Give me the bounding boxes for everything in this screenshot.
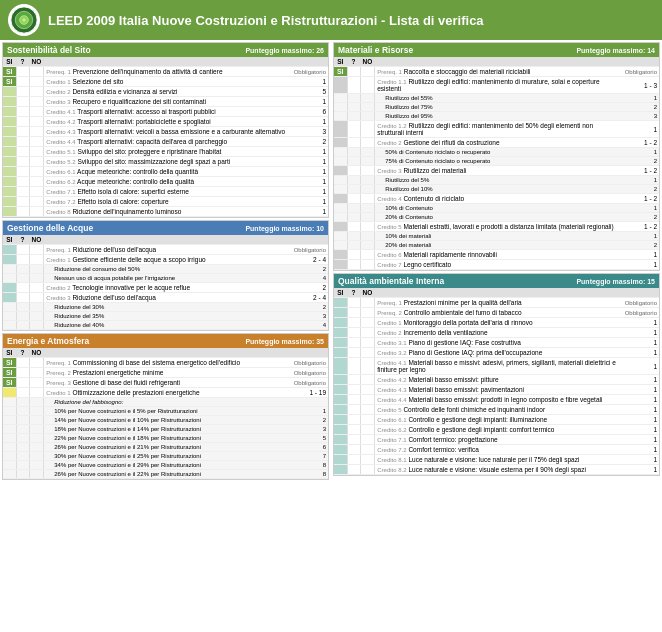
cell-pts: 4 (292, 321, 328, 330)
cell-q (16, 77, 29, 87)
cell-si (3, 117, 16, 127)
cell-no (360, 445, 375, 455)
table-row: Credito 4.2 Trasporti alternativi: porta… (3, 117, 328, 127)
cell-no (360, 166, 375, 176)
cell-desc: Credito 7 Legno certificato (375, 260, 623, 270)
table-row: Prereq. 1 Riduzione dell'uso dell'acqua … (3, 245, 328, 255)
cell-desc: 22% per Nuove costruzioni e il 18% per R… (44, 434, 292, 443)
cell-no (29, 87, 44, 97)
cell-pts: 2 (292, 416, 328, 425)
qualita-table: SI ? NO Prereq. 1 Prestazioni minime per… (334, 288, 659, 475)
cell-si (334, 318, 347, 328)
col-desc (44, 235, 292, 245)
table-row: Credito 1.1 Riutilizzo degli edifici: ma… (334, 77, 659, 94)
cell-desc: 10% di Contenuto (375, 204, 623, 213)
cell-pts: 1 (292, 207, 328, 217)
cell-si (3, 398, 16, 407)
cell-pts: 2 - 4 (292, 255, 328, 265)
table-row: Riutilizzo del 10% 2 (334, 185, 659, 194)
cell-si (334, 395, 347, 405)
cell-q (16, 157, 29, 167)
cell-si (334, 112, 347, 121)
cell-q (347, 455, 360, 465)
cell-no (29, 312, 44, 321)
cell-q (347, 176, 360, 185)
cell-pts: Obbligatorio (292, 378, 328, 388)
table-row: Credito 4.3 Materiali basso emissivi: pa… (334, 385, 659, 395)
table-row: Credito 2 Tecnologie innovative per le a… (3, 283, 328, 293)
cell-si (334, 138, 347, 148)
cell-q (16, 378, 29, 388)
cell-q (347, 157, 360, 166)
cell-q (16, 274, 29, 283)
cell-no (29, 137, 44, 147)
cell-desc: Credito 4.3 Trasporti alternativi: veico… (44, 127, 292, 137)
cell-q (16, 187, 29, 197)
cell-q (347, 405, 360, 415)
cell-q (16, 470, 29, 479)
cell-pts: 2 (292, 137, 328, 147)
cell-si (334, 194, 347, 204)
cell-q (16, 388, 29, 398)
cell-desc: 26% per Nuove costruzioni e il 21% per R… (44, 443, 292, 452)
cell-pts: 1 - 19 (292, 388, 328, 398)
cell-q (347, 445, 360, 455)
cell-si: SI (334, 67, 347, 77)
cell-no (360, 348, 375, 358)
cell-desc: Credito 1 Gestione efficiente delle acqu… (44, 255, 292, 265)
table-row: Riduzione del 30% 2 (3, 303, 328, 312)
section-title-sostenibilita: Sostenibilità del Sito (7, 45, 91, 55)
cell-q (16, 87, 29, 97)
cell-pts: 1 (623, 260, 659, 270)
table-row: 20% dei materiali 2 (334, 241, 659, 250)
cell-si (3, 321, 16, 330)
section-points-qualita: Punteggio massimo: 15 (576, 278, 655, 285)
cell-no (29, 207, 44, 217)
cell-q (16, 443, 29, 452)
cell-desc: 18% per Nuove costruzioni e il 14% per R… (44, 425, 292, 434)
cell-pts: 1 (623, 405, 659, 415)
table-row: Riduzione del fabbisogno: (3, 398, 328, 407)
cell-q (347, 112, 360, 121)
cell-no (360, 385, 375, 395)
cell-desc: Credito 3.2 Piano di Gestione IAQ: prima… (375, 348, 623, 358)
cell-q (347, 94, 360, 103)
cell-pts: 1 (623, 338, 659, 348)
table-row: Credito 6 Materiali rapidamente rinnovab… (334, 250, 659, 260)
table-row: Credito 7.2 Effetto isola di calore: cop… (3, 197, 328, 207)
cell-q (16, 425, 29, 434)
cell-si (334, 328, 347, 338)
section-header-materiali: Materiali e Risorse Punteggio massimo: 1… (334, 43, 659, 57)
cell-pts: 1 (623, 176, 659, 185)
cell-no (360, 328, 375, 338)
cell-pts: 1 - 2 (623, 194, 659, 204)
cell-si (334, 204, 347, 213)
cell-pts: 1 (623, 348, 659, 358)
cell-si (3, 177, 16, 187)
cell-desc: Credito 5.1 Sviluppo del sito: protegger… (44, 147, 292, 157)
cell-desc: Credito 5 Controllo delle fonti chimiche… (375, 405, 623, 415)
cell-pts: 8 (292, 461, 328, 470)
section-header-qualita: Qualità ambientale Interna Punteggio mas… (334, 274, 659, 288)
cell-si (3, 127, 16, 137)
cell-desc: 34% per Nuove costruzioni e il 29% per R… (44, 461, 292, 470)
cell-no (29, 77, 44, 87)
acque-table: SI ? NO Prereq. 1 Riduzione dell'uso del… (3, 235, 328, 330)
cell-q (16, 358, 29, 368)
cell-q (347, 308, 360, 318)
cell-pts: 1 (292, 187, 328, 197)
cell-no (360, 465, 375, 475)
table-row: Credito 4.3 Trasporti alternativi: veico… (3, 127, 328, 137)
cell-no (360, 185, 375, 194)
cell-pts: 1 (623, 204, 659, 213)
cell-desc: Credito 3 Riduzione dell'uso dell'acqua (44, 293, 292, 303)
cell-si (3, 245, 16, 255)
cell-q (16, 265, 29, 274)
cell-si (3, 274, 16, 283)
cell-pts: 1 (292, 117, 328, 127)
cell-q (16, 293, 29, 303)
cell-q (16, 407, 29, 416)
cell-no (29, 407, 44, 416)
table-row: Credito 3 Recupero e riqualificazione de… (3, 97, 328, 107)
cell-desc: 50% di Contenuto riciclato o recuperato (375, 148, 623, 157)
